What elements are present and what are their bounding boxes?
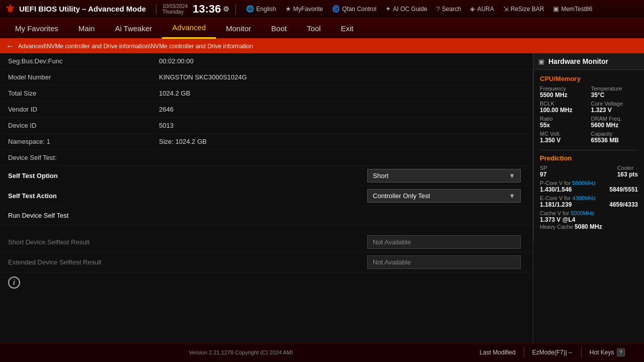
self-test-option-dropdown[interactable]: Short ▼ [367,169,521,183]
extended-selftest-value: Not Available [367,255,521,269]
nav-aitweaker[interactable]: Ai Tweaker [105,18,162,39]
run-selftest-row: Run Device Self Test [0,206,533,225]
seg-value: 00:02:00:00 [159,57,525,65]
resize-icon: ⇲ [503,5,509,13]
self-test-action-row: Self Test Action Controller Only Test ▼ [0,186,533,206]
selftest-option-label: Self Test Option [8,172,159,179]
run-selftest-label: Run Device Self Test [8,212,68,219]
back-button[interactable]: ← [6,42,14,51]
pcore-freq: 5800MHz [572,180,596,186]
self-test-option-row: Self Test Option Short ▼ [0,166,533,186]
left-panel: Seg:Bus:Dev:Func 00:02:00:00 Model Numbe… [0,53,533,343]
temp-cell: Temperature 35°C [591,85,638,99]
nav-advanced[interactable]: Advanced [162,18,216,39]
aura-icon: ◈ [470,5,475,13]
monitor-icon: ▣ [538,58,544,65]
cpu-memory-section: CPU/Memory Frequency 5500 MHz Temperatur… [540,75,638,144]
totalsize-value: 1024.2 GB [159,89,525,97]
content-area: Seg:Bus:Dev:Func 00:02:00:00 Model Numbe… [0,53,644,343]
model-value: KINGSTON SKC3000S1024G [159,73,525,81]
main-nav: My Favorites Main Ai Tweaker Advanced Mo… [0,18,644,39]
hw-monitor-content: CPU/Memory Frequency 5500 MHz Temperatur… [533,70,644,241]
clock-display: 13:36 ⚙ [193,3,229,16]
short-selftest-label: Short Device Selftest Result [8,238,159,246]
short-selftest-result-row: Short Device Selftest Result Not Availab… [0,232,533,252]
pcore-row: P-Core V for 5800MHz 1.430/1.546 5849/55… [540,180,638,193]
divider2 [235,4,236,14]
nav-myfavorite[interactable]: ★ MyFavorite [281,4,327,14]
hw-panel-header: ▣ Hardware Monitor [533,53,644,70]
spacer [0,225,533,232]
date-display: 10/03/2024 Thursday [163,4,188,15]
cooler-cell: Cooler 163 pts [617,165,638,178]
breadcrumb: ← Advanced\NVMe controller and Drive inf… [0,39,644,53]
breadcrumb-path: Advanced\NVMe controller and Drive infor… [18,43,253,50]
memtest-icon: ▣ [553,5,559,13]
table-row: Total Size 1024.2 GB [0,85,533,102]
hw-divider [540,150,638,150]
footer-actions: Last Modified EzMode(F7)|→ Hot Keys ? [471,346,634,358]
table-row: Device Self Test: [0,150,533,166]
prediction-title: Prediction [540,154,638,162]
vendorid-value: 2646 [159,106,525,113]
table-row: Vendor ID 2646 [0,102,533,118]
ecore-row: E-Core V for 4300MHz 1.181/1.239 4659/43… [540,195,638,208]
nav-search[interactable]: ? Search [432,4,465,14]
nav-monitor[interactable]: Monitor [216,18,261,39]
ai-icon: ✦ [385,5,391,13]
dropdown-arrow-icon: ▼ [509,192,515,200]
fan-icon: 🌀 [332,5,340,13]
info-icon[interactable]: i [8,277,20,289]
mcvolt-cell: MC Volt. 1.350 V [540,131,587,144]
favorite-icon: ★ [285,5,291,13]
nav-main[interactable]: Main [68,18,105,39]
deviceid-label: Device ID [8,122,159,129]
nav-language[interactable]: 🌐 English [242,4,280,14]
nav-aura[interactable]: ◈ AURA [466,4,498,14]
ezmode-button[interactable]: EzMode(F7)|→ [524,347,582,358]
model-label: Model Number [8,73,159,81]
last-modified-button[interactable]: Last Modified [471,347,524,358]
nav-exit[interactable]: Exit [331,18,363,39]
nav-favorites[interactable]: My Favorites [5,18,68,39]
selftest-action-label: Self Test Action [8,192,159,200]
nav-boot[interactable]: Boot [261,18,297,39]
right-panel: ▣ Hardware Monitor CPU/Memory Frequency … [533,53,644,343]
divider [156,4,156,14]
ratio-cell: Ratio 55x [540,116,587,129]
logo-area: ⚜ UEFI BIOS Utility – Advanced Mode [5,3,146,16]
self-test-action-dropdown[interactable]: Controller Only Test ▼ [367,189,521,203]
table-row: Namespace: 1 Size: 1024.2 GB [0,134,533,150]
table-row: Device ID 5013 [0,118,533,134]
nav-qfan[interactable]: 🌀 Qfan Control [328,4,380,14]
nav-resizebar[interactable]: ⇲ ReSize BAR [499,4,548,14]
top-bar: ⚜ UEFI BIOS Utility – Advanced Mode 10/0… [0,0,644,18]
rog-logo-icon: ⚜ [5,3,15,16]
cpu-memory-grid: Frequency 5500 MHz Temperature 35°C BCLK… [540,85,638,144]
extended-selftest-result-row: Extended Device Selftest Result Not Avai… [0,252,533,273]
nav-memtest[interactable]: ▣ MemTest86 [549,4,596,14]
bclk-cell: BCLK 100.00 MHz [540,101,587,114]
top-nav: 🌐 English ★ MyFavorite 🌀 Qfan Control ✦ … [242,4,639,14]
ecore-freq: 4300MHz [572,195,596,201]
settings-icon[interactable]: ⚙ [223,5,229,13]
capacity-cell: Capacity 65536 MB [591,131,638,144]
selftest-label: Device Self Test: [8,154,159,161]
hotkeys-button[interactable]: Hot Keys ? [582,346,634,358]
footer: Version 2.21.1278 Copyright (C) 2024 AMI… [0,343,644,361]
bios-title: UEFI BIOS Utility – Advanced Mode [19,5,146,13]
cache-row: Cache V for 5000MHz 1.373 V @L4 Heavy Ca… [540,210,638,230]
extended-selftest-label: Extended Device Selftest Result [8,258,159,266]
nav-aioc[interactable]: ✦ AI OC Guide [381,4,431,14]
deviceid-value: 5013 [159,122,525,129]
info-icon-row: i [0,273,533,293]
nav-tool[interactable]: Tool [297,18,331,39]
sp-row: SP 97 Cooler 163 pts [540,165,638,178]
dramfreq-cell: DRAM Freq. 5600 MHz [591,116,638,129]
vendorid-label: Vendor ID [8,106,159,113]
dropdown-arrow-icon: ▼ [509,172,515,179]
namespace-label: Namespace: 1 [8,138,159,145]
search-icon: ? [436,5,440,13]
totalsize-label: Total Size [8,89,159,97]
freq-label: Frequency 5500 MHz [540,85,587,99]
